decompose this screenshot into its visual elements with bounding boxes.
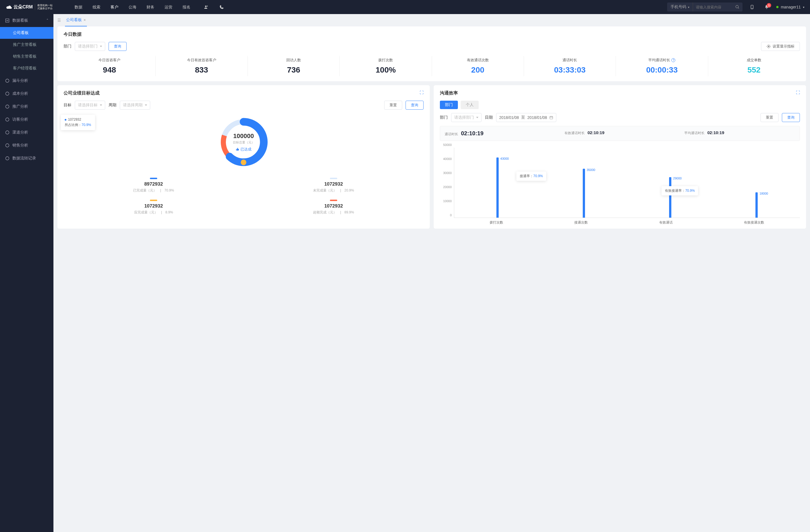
bar-接通次数: 35000	[583, 169, 585, 218]
stat-通话时长: 通话时长03:33:03	[524, 56, 616, 76]
username: manager11	[781, 5, 801, 9]
seg-tab-dept[interactable]: 部门	[440, 101, 458, 109]
search-input[interactable]	[693, 2, 732, 12]
donut-center-label: 目标总量（元）	[233, 140, 255, 145]
sidebar-item-数据流转记录[interactable]: 数据流转记录	[0, 152, 53, 165]
svg-point-7	[6, 92, 9, 95]
x-label: 有效接通次数	[744, 220, 764, 225]
period-select[interactable]: 请选择周期	[120, 101, 150, 110]
sidebar-item-公司看板[interactable]: 公司看板	[0, 27, 53, 39]
sidebar-item-客户经理看板[interactable]: 客户经理看板	[0, 63, 53, 74]
card-title: 沟通效率	[440, 90, 800, 96]
main-content: ☰ 公司看板 × 今日数据 部门 请选择部门 查询 设置显示指标 今日首咨客户9…	[53, 14, 810, 532]
svg-point-9	[6, 118, 9, 121]
nav-item-线索[interactable]: 线索	[87, 0, 106, 14]
search-type-select[interactable]: 手机号码▾	[667, 2, 693, 12]
menu-icon	[5, 117, 10, 122]
seg-tabs: 部门 个人	[440, 101, 800, 109]
bar-有效接通次数: 18000	[756, 192, 758, 218]
query-button[interactable]: 查询	[109, 42, 127, 51]
target-label: 目标	[64, 103, 71, 108]
x-label: 拨打次数	[490, 220, 503, 225]
sidebar-item-推广主管看板[interactable]: 推广主管看板	[0, 39, 53, 51]
achieved-tag: 已达成	[233, 147, 255, 152]
mobile-icon[interactable]	[747, 2, 757, 12]
sidebar-item-渠道分析[interactable]: 渠道分析	[0, 126, 53, 139]
conn-rate-tooltip: 接通率：70.9%	[516, 171, 546, 181]
sidebar-item-漏斗分析[interactable]: 漏斗分析	[0, 74, 53, 87]
stat-平均通话时长: 平均通话时长?00:00:33	[616, 56, 708, 76]
dept-select[interactable]: 请选择部门	[451, 113, 482, 122]
close-icon[interactable]: ×	[83, 18, 86, 22]
x-label: 有效通话	[659, 220, 673, 225]
date-range[interactable]: 2018/01/08 至 2018/01/08	[496, 113, 556, 122]
card-today: 今日数据 部门 请选择部门 查询 设置显示指标 今日首咨客户948今日有效首咨客…	[58, 27, 806, 81]
nav-item-公海[interactable]: 公海	[124, 0, 142, 14]
seg-tab-personal[interactable]: 个人	[461, 101, 479, 109]
status-dot	[776, 6, 778, 8]
sidebar-item-销售主管看板[interactable]: 销售主管看板	[0, 51, 53, 63]
user-menu[interactable]: manager11 ▾	[776, 5, 804, 9]
nav-item-运营[interactable]: 运营	[160, 0, 177, 14]
svg-point-10	[6, 131, 9, 134]
nav-item-客户[interactable]: 客户	[106, 0, 124, 14]
svg-point-8	[6, 105, 9, 108]
bar-拨打次数: 43000	[497, 157, 499, 218]
nav-item-报名[interactable]: 报名	[177, 0, 195, 14]
sidebar-item-访客分析[interactable]: 访客分析	[0, 113, 53, 126]
svg-point-0	[205, 6, 207, 7]
donut-tooltip: 1072932 所占比例：70.9%	[61, 115, 95, 130]
card-title: 公司业绩目标达成	[64, 90, 424, 96]
phone-icon[interactable]	[217, 2, 227, 12]
tabs-bar: ☰ 公司看板 ×	[58, 14, 806, 27]
stat-回访人数: 回访人数736	[248, 56, 340, 76]
expand-icon[interactable]: ⛶	[796, 90, 800, 95]
reset-button[interactable]: 重置	[761, 113, 778, 122]
cloud-icon	[6, 4, 12, 10]
dept-select[interactable]: 请选择部门	[75, 42, 105, 51]
svg-point-6	[6, 79, 9, 82]
reset-button[interactable]: 重置	[384, 101, 402, 110]
search-button[interactable]	[732, 2, 743, 12]
sidebar-item-销售分析[interactable]: 销售分析	[0, 139, 53, 152]
sidebar-item-推广分析[interactable]: 推广分析	[0, 100, 53, 113]
bell-icon[interactable]: 5	[762, 2, 772, 12]
stat-成交单数: 成交单数552	[708, 56, 800, 76]
stat-今日有效首咨客户: 今日有效首咨客户833	[156, 56, 247, 76]
sidebar-item-成本分析[interactable]: 成本分析	[0, 87, 53, 100]
sidebar-group-label: 数据看板	[12, 18, 28, 23]
svg-point-13	[768, 46, 769, 47]
nav-item-财务[interactable]: 财务	[142, 0, 160, 14]
settings-metrics-button[interactable]: 设置显示指标	[761, 42, 800, 51]
menu-toggle-icon[interactable]: ☰	[58, 18, 61, 22]
nav-item-数据[interactable]: 数据	[69, 0, 87, 14]
tab-label: 公司看板	[66, 17, 82, 22]
menu-icon	[5, 79, 10, 83]
add-user-icon[interactable]	[201, 2, 211, 12]
tab-company-dashboard[interactable]: 公司看板 ×	[65, 14, 87, 27]
sidebar-group-dashboard[interactable]: 数据看板 ˄	[0, 14, 53, 27]
donut-center-value: 100000	[233, 132, 255, 140]
calendar-icon	[549, 116, 553, 119]
summary-平均通话时长: 平均通话时长02:10:19	[680, 126, 799, 140]
stat-有效通话次数: 有效通话次数200	[432, 56, 524, 76]
donut-chart: 1072932 所占比例：70.9% 100000 目标总量（元）	[64, 110, 424, 174]
help-icon[interactable]: ?	[671, 58, 675, 62]
goal-legends: 8972932已完成量（元） | 70.9%1072932未完成量（元） | 2…	[64, 174, 424, 218]
target-select[interactable]: 请选择目标	[75, 101, 105, 110]
card-goal: ⛶ 公司业绩目标达成 目标 请选择目标 周期 请选择周期 重置 查询 10729…	[58, 85, 430, 229]
dashboard-icon	[5, 18, 10, 23]
svg-point-17	[241, 160, 246, 165]
query-button[interactable]: 查询	[782, 113, 800, 122]
svg-point-1	[736, 5, 738, 8]
gear-icon	[766, 44, 771, 49]
top-nav: 数据线索客户公海财务运营报名	[69, 0, 195, 14]
bar-有效通话: 29000	[669, 177, 671, 218]
svg-point-11	[6, 144, 9, 147]
svg-rect-18	[550, 116, 553, 119]
stat-拨打次数: 拨打次数100%	[340, 56, 432, 76]
expand-icon[interactable]: ⛶	[420, 90, 424, 95]
dept-label: 部门	[64, 44, 71, 49]
query-button[interactable]: 查询	[406, 101, 424, 110]
logo: 云朵CRM 教育机构一站式服务云平台	[6, 4, 53, 10]
